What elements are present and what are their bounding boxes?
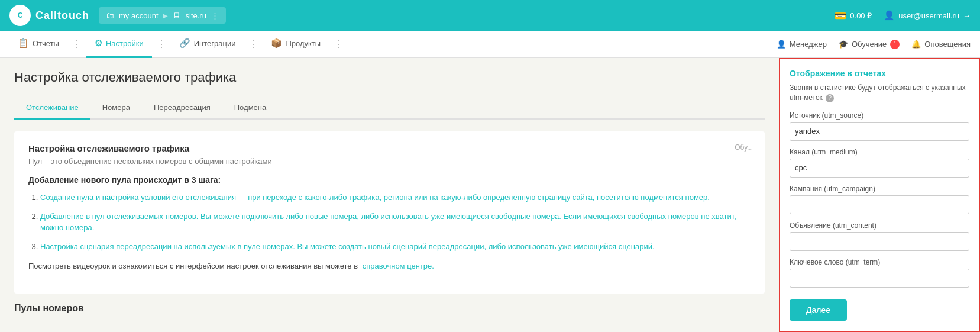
label-utm-term: Ключевое слово (utm_term) bbox=[790, 258, 969, 266]
nav-item-settings[interactable]: ⚙ Настройки bbox=[86, 31, 152, 58]
balance-display[interactable]: 💳 0.00 ₽ bbox=[835, 10, 872, 21]
nav-label-integrations: Интеграции bbox=[194, 39, 236, 48]
nav-dots-reports[interactable]: ⋮ bbox=[70, 38, 84, 50]
manager-label: Менеджер bbox=[790, 40, 827, 49]
nav-learning[interactable]: 🎓 Обучение 1 bbox=[839, 40, 900, 49]
right-panel: Отображение в отчетах Звонки в статистик… bbox=[779, 58, 980, 332]
settings-icon: ⚙ bbox=[95, 38, 102, 49]
content-area: Настройка отслеживаемого трафика Отслежи… bbox=[0, 58, 779, 332]
products-icon: 📦 bbox=[271, 38, 282, 49]
input-utm-campaign[interactable] bbox=[790, 195, 969, 214]
tab-substitution[interactable]: Подмена bbox=[222, 97, 278, 120]
breadcrumb-site-icon: 🖥 bbox=[173, 11, 181, 20]
balance-value: 0.00 ₽ bbox=[850, 11, 872, 20]
obs-link[interactable]: Обу... bbox=[735, 143, 753, 152]
notifications-label: Оповещения bbox=[924, 40, 971, 49]
card-subtitle: Пул – это объединение нескольких номеров… bbox=[28, 157, 751, 166]
logo-icon: C bbox=[9, 5, 31, 26]
field-group-term: Ключевое слово (utm_term) bbox=[790, 258, 969, 288]
nav-item-integrations[interactable]: 🔗 Интеграции bbox=[171, 31, 244, 58]
main-layout: Настройка отслеживаемого трафика Отслежи… bbox=[0, 58, 980, 332]
learning-label: Обучение bbox=[852, 40, 887, 49]
breadcrumb-account[interactable]: my account bbox=[119, 11, 158, 20]
nav-dots-settings[interactable]: ⋮ bbox=[154, 38, 169, 50]
field-group-source: Источник (utm_source) bbox=[790, 111, 969, 141]
main-card: Настройка отслеживаемого трафика Пул – э… bbox=[14, 131, 765, 294]
panel-title: Отображение в отчетах bbox=[790, 69, 969, 78]
balance-icon: 💳 bbox=[835, 10, 846, 21]
tab-numbers[interactable]: Номера bbox=[90, 97, 142, 120]
nav-notifications[interactable]: 🔔 Оповещения bbox=[911, 40, 971, 49]
nav-item-reports[interactable]: 📋 Отчеты bbox=[9, 31, 67, 58]
learning-icon: 🎓 bbox=[839, 40, 848, 49]
tab-redirect[interactable]: Переадресация bbox=[142, 97, 222, 120]
panel-desc: Звонки в статистике будут отображаться с… bbox=[790, 83, 969, 103]
tab-tracking[interactable]: Отслеживание bbox=[14, 97, 90, 120]
step-1: Создание пула и настройка условий его от… bbox=[40, 192, 751, 204]
field-group-campaign: Кампания (utm_campaign) bbox=[790, 185, 969, 214]
breadcrumb-icon: 🗂 bbox=[106, 11, 114, 20]
field-group-medium: Канал (utm_medium) bbox=[790, 148, 969, 178]
header-right: 💳 0.00 ₽ 👤 user@usermail.ru → bbox=[835, 10, 971, 21]
steps-title: Добавление нового пула происходит в 3 ша… bbox=[28, 175, 751, 185]
label-utm-source: Источник (utm_source) bbox=[790, 111, 969, 120]
nav-bar: 📋 Отчеты ⋮ ⚙ Настройки ⋮ 🔗 Интеграции ⋮ … bbox=[0, 31, 980, 58]
next-button[interactable]: Далее bbox=[790, 299, 847, 321]
manager-icon: 👤 bbox=[777, 40, 786, 49]
input-utm-term[interactable] bbox=[790, 269, 969, 288]
nav-manager[interactable]: 👤 Менеджер bbox=[777, 40, 827, 49]
breadcrumb[interactable]: 🗂 my account ▶ 🖥 site.ru ⋮ bbox=[99, 7, 226, 24]
step-3: Настройка сценария переадресации на испо… bbox=[40, 241, 751, 253]
tabs: Отслеживание Номера Переадресация Подмен… bbox=[14, 97, 765, 120]
nav-dots-products[interactable]: ⋮ bbox=[331, 38, 345, 50]
справочный-центр-link[interactable]: справочном центре. bbox=[363, 262, 434, 270]
nav-item-products[interactable]: 📦 Продукты bbox=[263, 31, 329, 58]
integrations-icon: 🔗 bbox=[179, 38, 190, 49]
input-utm-content[interactable] bbox=[790, 232, 969, 251]
pools-heading: Пулы номеров bbox=[14, 303, 765, 314]
step-2: Добавление в пул отслеживаемых номеров. … bbox=[40, 211, 751, 234]
breadcrumb-sep: ▶ bbox=[163, 12, 168, 19]
nav-right: 👤 Менеджер 🎓 Обучение 1 🔔 Оповещения bbox=[777, 40, 971, 49]
input-utm-medium[interactable] bbox=[790, 159, 969, 178]
logout-icon[interactable]: → bbox=[963, 11, 971, 20]
field-group-content: Объявление (utm_content) bbox=[790, 221, 969, 251]
info-text: Посмотреть видеоурок и ознакомиться с ин… bbox=[28, 260, 751, 272]
help-icon[interactable]: ? bbox=[826, 94, 834, 102]
breadcrumb-more[interactable]: ⋮ bbox=[211, 11, 219, 20]
user-info[interactable]: 👤 user@usermail.ru → bbox=[884, 10, 971, 21]
nav-left: 📋 Отчеты ⋮ ⚙ Настройки ⋮ 🔗 Интеграции ⋮ … bbox=[9, 31, 345, 58]
page-title: Настройка отслеживаемого трафика bbox=[14, 70, 765, 85]
top-header: C Calltouch 🗂 my account ▶ 🖥 site.ru ⋮ 💳… bbox=[0, 0, 980, 31]
nav-label-settings: Настройки bbox=[106, 39, 144, 48]
logo[interactable]: C Calltouch bbox=[9, 5, 89, 26]
logo-text: Calltouch bbox=[35, 9, 89, 22]
label-utm-campaign: Кампания (utm_campaign) bbox=[790, 185, 969, 193]
nav-dots-integrations[interactable]: ⋮ bbox=[246, 38, 260, 50]
input-utm-source[interactable] bbox=[790, 122, 969, 141]
learning-badge: 1 bbox=[890, 40, 900, 49]
card-title: Настройка отслеживаемого трафика bbox=[28, 143, 751, 153]
breadcrumb-site[interactable]: site.ru bbox=[186, 11, 206, 20]
header-left: C Calltouch 🗂 my account ▶ 🖥 site.ru ⋮ bbox=[9, 5, 226, 26]
reports-icon: 📋 bbox=[18, 38, 29, 49]
nav-label-reports: Отчеты bbox=[33, 39, 59, 48]
nav-label-products: Продукты bbox=[286, 39, 321, 48]
label-utm-medium: Канал (utm_medium) bbox=[790, 148, 969, 156]
notifications-icon: 🔔 bbox=[911, 40, 921, 49]
user-icon: 👤 bbox=[884, 10, 895, 21]
username: user@usermail.ru bbox=[898, 11, 959, 20]
label-utm-content: Объявление (utm_content) bbox=[790, 221, 969, 230]
